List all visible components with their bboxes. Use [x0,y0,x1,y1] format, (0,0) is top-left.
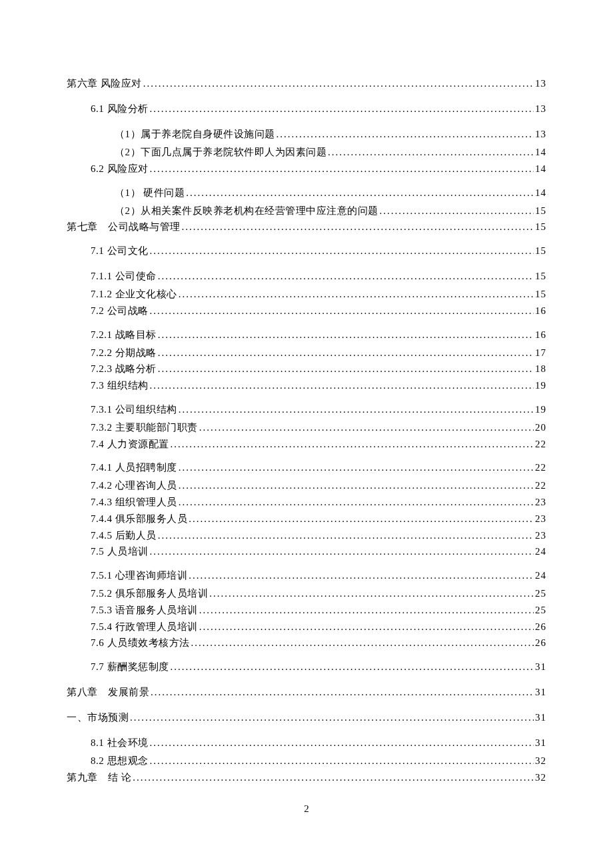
toc-entry-label: 7.1 公司文化 [91,241,149,261]
toc-entry-page: 31 [535,657,546,677]
toc-entry-label: 6.2 风险应对 [91,161,149,177]
toc-leader-dots [191,635,534,651]
toc-entry-label: 7.4.4 俱乐部服务人员 [91,511,187,527]
toc-entry-label: 7.2 公司战略 [91,303,149,319]
toc-entry-page: 25 [535,585,546,602]
toc-entry: 7.4.4 俱乐部服务人员23 [67,511,546,527]
toc-leader-dots [158,527,534,544]
toc-entry-page: 32 [535,753,546,769]
toc-entry: （1）属于养老院自身硬件设施问题13 [67,124,546,144]
toc-entry-page: 17 [535,345,546,361]
toc-entry-page: 24 [535,565,546,585]
toc-entry-label: 一、市场预测 [67,707,129,727]
toc-entry-label: （2）从相关案件反映养老机构在经营管理中应注意的问题 [115,203,378,219]
toc-entry-page: 22 [535,436,546,453]
toc-entry-page: 16 [535,303,546,319]
toc-leader-dots [179,399,534,419]
toc-leader-dots [171,657,534,677]
toc-leader-dots [150,303,534,319]
toc-leader-dots [328,144,534,161]
toc-entry: 7.2.1 战略目标16 [67,325,546,345]
toc-entry-page: 23 [535,527,546,544]
toc-leader-dots [199,602,534,619]
toc-entry: 8.2 思想观念32 [67,753,546,769]
toc-entry-page: 23 [535,494,546,511]
toc-entry-label: 7.4.1 人员招聘制度 [91,457,177,477]
toc-entry: 7.4 人力资源配置22 [67,436,546,453]
toc-entry-label: （2）下面几点属于养老院软件即人为因素问题 [115,144,326,161]
toc-entry-page: 19 [535,377,546,394]
toc-entry: 一、市场预测31 [67,707,546,727]
toc-leader-dots [150,161,534,177]
toc-entry-label: 第八章 发展前景 [67,682,149,702]
toc-leader-dots [380,203,534,219]
toc-leader-dots [158,266,534,286]
toc-entry: 7.1.2 企业文化核心15 [67,286,546,303]
toc-leader-dots [189,511,534,527]
toc-entry: 第九章 结 论32 [67,769,546,786]
toc-leader-dots [150,241,534,261]
toc-leader-dots [171,436,534,453]
toc-leader-dots [199,619,534,635]
toc-entry: 7.3.2 主要职能部门职责20 [67,419,546,436]
toc-entry-page: 15 [535,241,546,261]
toc-leader-dots [130,707,534,727]
toc-leader-dots [133,769,534,786]
toc-entry-label: 7.3.1 公司组织结构 [91,399,177,419]
toc-entry: 第六章 风险应对13 [67,73,546,93]
toc-entry-page: 31 [535,707,546,727]
toc-entry: 7.1 公司文化15 [67,241,546,261]
toc-entry-page: 15 [535,286,546,303]
toc-entry: 7.5.2 俱乐部服务人员培训25 [67,585,546,602]
toc-leader-dots [158,325,534,345]
toc-entry-page: 13 [535,99,546,119]
toc-entry-label: 8.1 社会环境 [91,733,149,753]
toc-leader-dots [277,124,534,144]
toc-entry: （2）从相关案件反映养老机构在经营管理中应注意的问题15 [67,203,546,219]
toc-entry-label: 7.5.3 语音服务人员培训 [91,602,198,619]
toc-leader-dots [150,543,534,560]
toc-entry-page: 26 [535,635,546,651]
toc-entry-page: 22 [535,457,546,477]
toc-entry: 7.5.1 心理咨询师培训24 [67,565,546,585]
toc-entry-label: （1）属于养老院自身硬件设施问题 [115,124,275,144]
toc-entry-page: 13 [535,73,546,93]
toc-entry: 7.5 人员培训24 [67,543,546,560]
toc-entry-page: 20 [535,419,546,436]
toc-leader-dots [189,565,534,585]
toc-entry-page: 15 [535,203,546,219]
toc-entry-page: 19 [535,399,546,419]
toc-entry-label: 7.4.2 心理咨询人员 [91,477,177,494]
toc-entry: （2）下面几点属于养老院软件即人为因素问题14 [67,144,546,161]
toc-entry: 7.4.1 人员招聘制度22 [67,457,546,477]
toc-entry-page: 16 [535,325,546,345]
toc-leader-dots [150,733,534,753]
toc-entry: 7.3.1 公司组织结构19 [67,399,546,419]
toc-entry-page: 18 [535,361,546,377]
toc-leader-dots [179,457,534,477]
toc-entry-label: 第九章 结 论 [67,769,131,786]
toc-entry-page: 26 [535,619,546,635]
toc-entry-label: 7.5.4 行政管理人员培训 [91,619,198,635]
toc-leader-dots [150,99,534,119]
toc-entry: 7.2.2 分期战略17 [67,345,546,361]
toc-entry-page: 31 [535,733,546,753]
toc-entry-page: 15 [535,219,546,235]
toc-entry-label: 7.2.2 分期战略 [91,345,157,361]
toc-entry: 7.4.5 后勤人员23 [67,527,546,544]
toc-entry: 第八章 发展前景31 [67,682,546,702]
toc-leader-dots [186,183,534,203]
toc-entry: 7.3 组织结构19 [67,377,546,394]
toc-leader-dots [143,73,534,93]
toc-entry-label: 7.5.1 心理咨询师培训 [91,565,187,585]
toc-entry: 7.7 薪酬奖惩制度31 [67,657,546,677]
table-of-contents: 第六章 风险应对136.1 风险分析13（1）属于养老院自身硬件设施问题13（2… [67,73,546,786]
document-page: 第六章 风险应对136.1 风险分析13（1）属于养老院自身硬件设施问题13（2… [0,0,613,855]
toc-entry: 7.2.3 战略分析18 [67,361,546,377]
toc-leader-dots [179,494,534,511]
toc-entry-page: 23 [535,511,546,527]
toc-entry-label: 7.4 人力资源配置 [91,436,169,453]
toc-entry-label: 7.4.3 组织管理人员 [91,494,177,511]
toc-entry-label: 7.3 组织结构 [91,377,149,394]
toc-entry-label: 7.7 薪酬奖惩制度 [91,657,169,677]
